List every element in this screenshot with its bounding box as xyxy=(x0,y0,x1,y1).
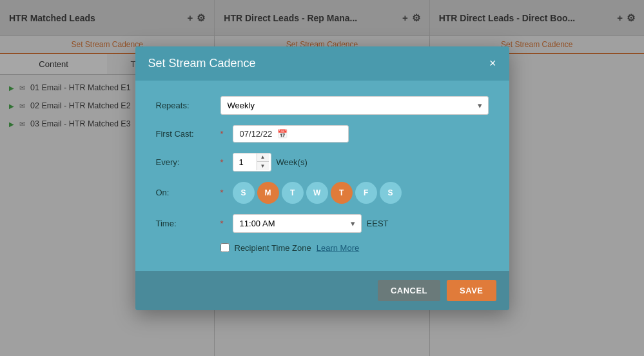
day-thursday[interactable]: T xyxy=(331,182,353,204)
recipient-tz-checkbox[interactable] xyxy=(220,243,229,252)
repeats-select-wrapper: Weekly Daily Monthly xyxy=(220,96,489,115)
modal-header: Set Stream Cadence × xyxy=(135,46,509,81)
required-star: * xyxy=(220,129,224,139)
day-tuesday[interactable]: T xyxy=(282,182,304,204)
number-input-wrap: ▲ ▼ xyxy=(233,153,271,172)
save-button[interactable]: SAVE xyxy=(447,280,496,301)
repeats-row: Repeats: Weekly Daily Monthly xyxy=(156,96,489,115)
time-control: * 11:00 AM 11:30 AM 12:00 PM EEST xyxy=(220,214,489,233)
modal-footer: CANCEL SAVE xyxy=(135,271,509,310)
recipient-tz-label: Recipient Time Zone xyxy=(235,243,311,253)
repeats-select[interactable]: Weekly Daily Monthly xyxy=(220,96,489,115)
required-star: * xyxy=(220,157,224,167)
every-row: Every: * ▲ ▼ Week(s) xyxy=(156,153,489,172)
first-cast-control: * 07/12/22 📅 xyxy=(220,125,489,143)
day-friday[interactable]: F xyxy=(355,182,377,204)
modal-close-button[interactable]: × xyxy=(489,57,496,69)
day-wednesday[interactable]: W xyxy=(306,182,328,204)
first-cast-row: First Cast: * 07/12/22 📅 xyxy=(156,125,489,143)
every-label: Every: xyxy=(156,157,220,167)
repeats-label: Repeats: xyxy=(156,101,220,110)
day-saturday[interactable]: S xyxy=(380,182,402,204)
every-unit-label: Week(s) xyxy=(277,157,307,167)
first-cast-label: First Cast: xyxy=(156,129,220,139)
spinner-up[interactable]: ▲ xyxy=(257,153,269,162)
day-monday[interactable]: M xyxy=(257,182,279,204)
recipient-tz-row: Recipient Time Zone Learn More xyxy=(156,243,489,253)
time-row: Time: * 11:00 AM 11:30 AM 12:00 PM EEST xyxy=(156,214,489,233)
on-control: * S M T W T F S xyxy=(220,182,489,204)
day-buttons: S M T W T F S xyxy=(233,182,402,204)
learn-more-link[interactable]: Learn More xyxy=(317,243,359,253)
date-value: 07/12/22 xyxy=(240,129,273,139)
required-star: * xyxy=(220,188,224,197)
required-star: * xyxy=(220,219,224,228)
every-control: * ▲ ▼ Week(s) xyxy=(220,153,489,172)
day-sunday[interactable]: S xyxy=(233,182,255,204)
timezone-label: EEST xyxy=(367,219,389,228)
number-spinners: ▲ ▼ xyxy=(257,153,269,170)
time-select-wrapper: 11:00 AM 11:30 AM 12:00 PM xyxy=(233,214,362,233)
every-number-input[interactable] xyxy=(233,153,257,171)
set-stream-cadence-modal: Set Stream Cadence × Repeats: Weekly Dai… xyxy=(135,46,509,310)
on-row: On: * S M T W T F S xyxy=(156,182,489,204)
calendar-icon[interactable]: 📅 xyxy=(277,129,288,139)
on-label: On: xyxy=(156,188,220,197)
time-label: Time: xyxy=(156,219,220,228)
modal-overlay: Set Stream Cadence × Repeats: Weekly Dai… xyxy=(0,0,644,356)
spinner-down[interactable]: ▼ xyxy=(257,162,269,170)
time-select[interactable]: 11:00 AM 11:30 AM 12:00 PM xyxy=(233,214,362,233)
repeats-control: Weekly Daily Monthly xyxy=(220,96,489,115)
date-input[interactable]: 07/12/22 📅 xyxy=(233,125,349,143)
modal-body: Repeats: Weekly Daily Monthly First Cast… xyxy=(135,81,509,271)
cancel-button[interactable]: CANCEL xyxy=(378,280,440,301)
modal-title: Set Stream Cadence xyxy=(148,57,256,70)
